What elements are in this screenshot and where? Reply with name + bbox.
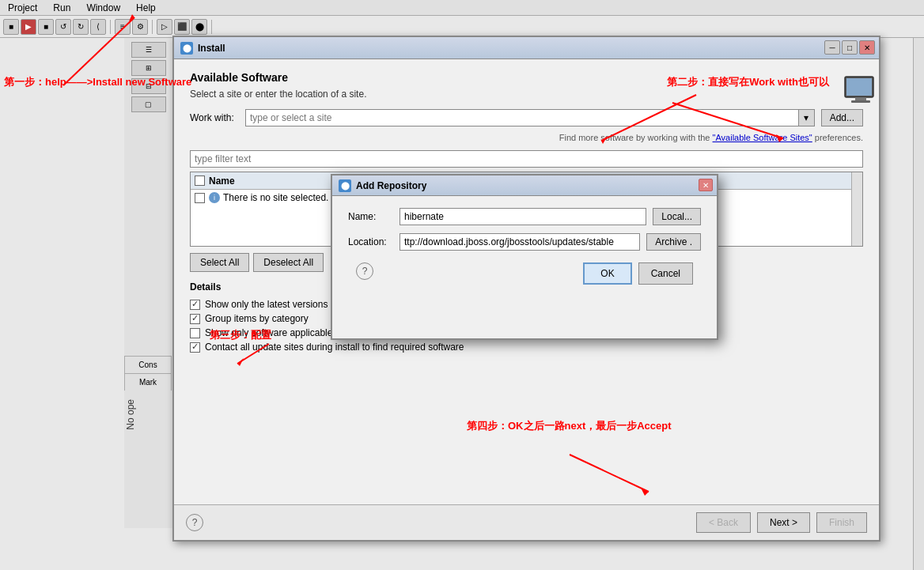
show-applicable-checkbox[interactable] [190, 328, 200, 338]
toolbar-sep-3 [211, 20, 212, 34]
repo-name-label: Name: [348, 211, 400, 222]
svg-rect-2 [855, 97, 866, 100]
install-dialog-title: Install [198, 43, 225, 54]
install-dialog-titlebar: ⬤ Install ─ □ ✕ [174, 37, 879, 59]
add-repository-dialog: ⬤ Add Repository ✕ Name: Local... Locati… [331, 174, 718, 340]
info-icon: i [209, 192, 220, 203]
toolbar-btn-8[interactable]: ⚙ [132, 19, 148, 35]
svg-rect-1 [846, 78, 872, 96]
install-maximize-btn[interactable]: □ [842, 40, 858, 55]
wizard-help-button[interactable]: ? [186, 514, 203, 531]
annotation-step4: 第四步：OK之后一路next，最后一步Accept [467, 419, 672, 433]
svg-rect-3 [851, 100, 870, 103]
repo-location-row: Location: Archive . [348, 233, 701, 251]
filter-input[interactable] [190, 150, 863, 168]
install-minimize-btn[interactable]: ─ [824, 40, 840, 55]
archive-button[interactable]: Archive . [646, 233, 701, 251]
wizard-next-button[interactable]: Next > [757, 512, 810, 533]
toolbar-btn-11[interactable]: ⬤ [191, 19, 207, 35]
toolbar-btn-5[interactable]: ↻ [73, 19, 89, 35]
toolbar-btn-1[interactable]: ■ [3, 19, 19, 35]
side-panel-btn-2[interactable]: ⊞ [131, 60, 166, 76]
toolbar-sep-2 [152, 20, 153, 34]
show-latest-checkbox[interactable] [190, 300, 200, 310]
menu-window[interactable]: Window [82, 1, 124, 15]
header-checkbox[interactable] [195, 176, 205, 186]
side-panel-btn-4[interactable]: ▢ [131, 96, 166, 112]
annotation-step3: 第三步：配置 [210, 328, 271, 342]
work-with-dropdown[interactable]: ▾ [799, 109, 815, 126]
repo-cancel-button[interactable]: Cancel [638, 262, 693, 285]
repo-ok-button[interactable]: OK [583, 262, 631, 285]
toolbar: ■ ▶ ■ ↺ ↻ ⟨ ≡ ⚙ ▷ ⬛ ⬤ [0, 16, 924, 38]
monitor-icon [841, 73, 880, 112]
item-checkbox[interactable] [195, 193, 205, 203]
repo-action-buttons: ? OK Cancel [348, 262, 701, 285]
toolbar-btn-9[interactable]: ▷ [157, 19, 172, 35]
no-open-text: No ope [125, 399, 136, 430]
add-repo-titlebar: ⬤ Add Repository ✕ [332, 176, 717, 196]
bottom-panel-tabs: Cons Mark [124, 356, 172, 391]
toolbar-btn-4[interactable]: ↺ [55, 19, 71, 35]
install-dialog-icon: ⬤ [180, 42, 193, 55]
work-with-row: Work with: ▾ Add... [190, 109, 863, 126]
install-dialog-controls: ─ □ ✕ [824, 40, 875, 55]
repo-location-label: Location: [348, 236, 400, 247]
contact-sites-label: Contact all update sites during install … [205, 342, 464, 353]
menu-bar: Project Run Window Help [0, 0, 924, 16]
repo-location-input[interactable] [400, 233, 640, 251]
wizard-finish-button[interactable]: Finish [816, 512, 867, 533]
toolbar-btn-6[interactable]: ⟨ [90, 19, 106, 35]
work-with-input[interactable] [245, 109, 799, 126]
toolbar-btn-7[interactable]: ≡ [115, 19, 131, 35]
list-scrollbar[interactable] [851, 172, 862, 246]
markers-tab[interactable]: Mark [124, 373, 172, 391]
install-close-btn[interactable]: ✕ [859, 40, 875, 55]
annotation-step1: 第一步：help——>Install new Software [4, 75, 191, 89]
available-software-sites-link[interactable]: "Available Software Sites" [713, 133, 812, 142]
wizard-bottom-bar: ? < Back Next > Finish [174, 504, 879, 540]
find-more-text: Find more software by working with the "… [190, 133, 863, 142]
group-category-checkbox[interactable] [190, 314, 200, 324]
ide-right-sidebar [913, 38, 924, 570]
select-all-button[interactable]: Select All [190, 253, 249, 272]
console-tab[interactable]: Cons [124, 356, 172, 373]
repo-help-icon[interactable]: ? [356, 262, 373, 280]
toolbar-btn-3[interactable]: ■ [38, 19, 54, 35]
available-software-subtitle: Select a site or enter the location of a… [190, 89, 863, 100]
side-panel-btn-1[interactable]: ☰ [131, 42, 166, 58]
toolbar-btn-10[interactable]: ⬛ [174, 19, 190, 35]
deselect-all-button[interactable]: Deselect All [253, 253, 324, 272]
repo-name-input[interactable] [400, 208, 646, 225]
toolbar-sep-1 [110, 20, 111, 34]
menu-help[interactable]: Help [132, 1, 160, 15]
group-category-label: Group items by category [205, 313, 309, 324]
menu-project[interactable]: Project [4, 1, 41, 15]
wizard-back-button[interactable]: < Back [696, 512, 751, 533]
work-with-label: Work with: [190, 112, 245, 123]
local-button[interactable]: Local... [653, 208, 701, 225]
add-repo-content: Name: Local... Location: Archive . ? OK … [332, 196, 717, 296]
monitor-icon-area [841, 73, 880, 115]
annotation-step2: 第二步：直接写在Work with也可以 [667, 75, 829, 89]
add-repo-icon: ⬤ [339, 179, 351, 192]
add-repo-title: Add Repository [356, 180, 426, 191]
repo-name-row: Name: Local... [348, 208, 701, 225]
contact-sites-option: Contact all update sites during install … [190, 342, 523, 353]
toolbar-btn-2[interactable]: ▶ [21, 19, 36, 35]
menu-run[interactable]: Run [49, 1, 74, 15]
package-item-text: There is no site selected. [223, 192, 328, 203]
left-side-panel: ☰ ⊞ ⊟ ▢ [124, 38, 173, 528]
name-column-header: Name [209, 176, 235, 187]
add-repo-close-btn[interactable]: ✕ [699, 179, 713, 191]
contact-sites-checkbox[interactable] [190, 342, 200, 353]
